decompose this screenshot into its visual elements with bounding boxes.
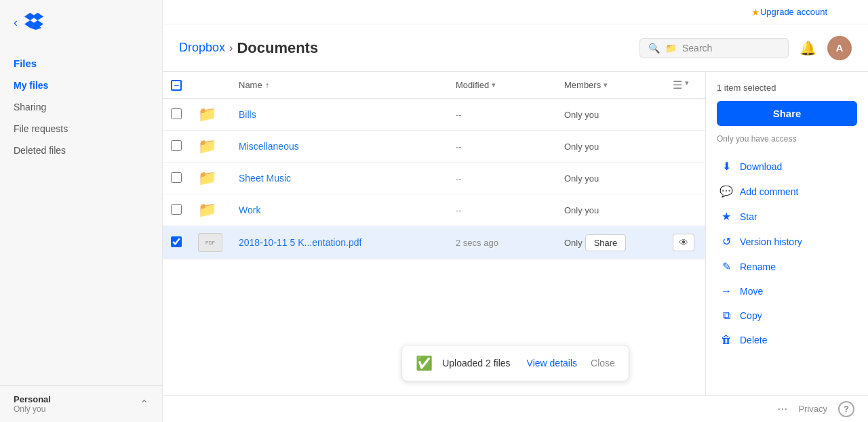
sidebar-footer-info: Personal Only you [14, 394, 51, 414]
row-checkbox-cell [163, 99, 190, 131]
members-sheet: Only you [564, 173, 599, 184]
action-copy[interactable]: ⧉ Copy [717, 304, 857, 327]
version-history-icon: ↺ [719, 235, 733, 248]
topbar: Dropbox › Documents 🔍 📁 Search 🔔 A [163, 24, 868, 72]
file-name-bills[interactable]: Bills [239, 109, 256, 120]
file-name-work[interactable]: Work [239, 205, 260, 215]
main-content: ★ Upgrade account Dropbox › Documents 🔍 … [163, 0, 868, 422]
file-name-misc[interactable]: Miscellaneous [239, 141, 299, 152]
version-history-label: Version history [740, 236, 802, 247]
page-title: Documents [237, 39, 318, 57]
sidebar: ‹ Files My files Sharing File requests D… [0, 0, 163, 422]
row-icon-cell: 📁 [190, 163, 231, 194]
view-toggle-icon[interactable]: ☰ [673, 79, 682, 91]
share-button-main[interactable]: Share [717, 101, 857, 126]
modified-work: -- [456, 205, 462, 215]
sidebar-item-file-requests[interactable]: File requests [0, 118, 162, 140]
folder-icon: 📁 [198, 201, 216, 218]
modified-sheet: -- [456, 173, 462, 184]
table-row: 📁 Miscellaneous -- Only you [163, 131, 705, 163]
dropbox-breadcrumb-link[interactable]: Dropbox [179, 41, 225, 55]
row-checkbox-cell [163, 131, 190, 163]
row-modified-cell: -- [448, 131, 556, 163]
modified-misc: -- [456, 142, 462, 152]
delete-icon: 🗑 [719, 334, 733, 346]
row-checkbox-cell [163, 163, 190, 194]
folder-icon: 📁 [198, 138, 216, 154]
right-panel: 1 item selected Share Only you have acce… [705, 72, 868, 395]
access-text: Only you have access [717, 134, 857, 144]
action-add-comment[interactable]: 💬 Add comment [717, 180, 857, 203]
row-icon-cell: PDF [190, 226, 231, 259]
view-details-link[interactable]: View details [527, 358, 577, 368]
sidebar-item-deleted-files[interactable]: Deleted files [0, 140, 162, 161]
action-version-history[interactable]: ↺ Version history [717, 230, 857, 253]
row-checkbox-sheet[interactable] [171, 172, 182, 183]
row-modified-cell: -- [448, 163, 556, 194]
row-checkbox-bills[interactable] [171, 108, 182, 119]
row-name-cell: Bills [231, 99, 448, 131]
row-actions-cell [665, 163, 705, 194]
add-comment-label: Add comment [740, 186, 798, 197]
row-name-cell: Miscellaneous [231, 131, 448, 163]
row-modified-cell: -- [448, 194, 556, 226]
action-star[interactable]: ★ Star [717, 205, 857, 228]
header-name-cell[interactable]: Name ↑ [231, 72, 448, 99]
more-options-icon[interactable]: ··· [777, 402, 787, 416]
help-button[interactable]: ? [838, 401, 854, 417]
row-eye-button[interactable]: 👁 [673, 234, 694, 251]
name-sort-arrow: ↑ [265, 81, 269, 90]
file-thumbnail: PDF [198, 233, 222, 252]
search-bar[interactable]: 🔍 📁 Search [639, 38, 789, 58]
sidebar-item-sharing[interactable]: Sharing [0, 96, 162, 118]
move-label: Move [740, 286, 763, 297]
members-pdf: Only [564, 238, 583, 248]
table-row: 📁 Bills -- Only you [163, 99, 705, 131]
notifications-bell-icon[interactable]: 🔔 [800, 40, 816, 56]
name-column-header: Name [239, 80, 262, 90]
row-share-button[interactable]: Share [585, 234, 627, 251]
action-download[interactable]: ⬇ Download [717, 154, 857, 178]
search-icon: 🔍 [648, 43, 660, 54]
row-members-cell: Only you [556, 99, 665, 131]
avatar[interactable]: A [827, 36, 852, 60]
sidebar-footer: Personal Only you ⌃ [0, 385, 162, 422]
row-checkbox-misc[interactable] [171, 140, 182, 151]
copy-label: Copy [740, 310, 762, 321]
row-checkbox-work[interactable] [171, 204, 182, 215]
file-name-pdf[interactable]: 2018-10-11 5 K...entation.pdf [239, 237, 361, 248]
download-icon: ⬇ [719, 160, 733, 173]
header-actions-cell: ☰ ▾ [665, 72, 705, 99]
search-placeholder-text: Search [682, 43, 712, 54]
members-sort-arrow: ▾ [604, 81, 608, 89]
row-actions-cell [665, 99, 705, 131]
action-move[interactable]: → Move [717, 280, 857, 303]
row-checkbox-pdf[interactable] [171, 236, 182, 247]
row-icon-cell: 📁 [190, 194, 231, 226]
header-members-cell[interactable]: Members ▾ [556, 72, 665, 99]
table-header: Name ↑ Modified ▾ Member [163, 72, 705, 99]
search-folder-icon: 📁 [665, 43, 677, 54]
notification-check-icon: ✅ [416, 355, 433, 371]
notification-close-button[interactable]: Close [591, 358, 615, 368]
sidebar-nav: Files My files Sharing File requests Del… [0, 45, 162, 168]
upgrade-link[interactable]: Upgrade account [760, 7, 827, 17]
back-button[interactable]: ‹ [14, 16, 18, 30]
action-rename[interactable]: ✎ Rename [717, 255, 857, 278]
file-name-sheet[interactable]: Sheet Music [239, 173, 291, 184]
privacy-link[interactable]: Privacy [798, 404, 827, 414]
header-modified-cell[interactable]: Modified ▾ [448, 72, 556, 99]
row-modified-cell: -- [448, 99, 556, 131]
upgrade-star-icon: ★ [751, 7, 760, 18]
content-area: Name ↑ Modified ▾ Member [163, 72, 868, 395]
members-misc: Only you [564, 142, 599, 152]
personal-label: Personal [14, 394, 51, 404]
sidebar-item-my-files[interactable]: My files [0, 75, 162, 96]
table-row: 📁 Sheet Music -- Only you [163, 163, 705, 194]
bottom-bar: ··· Privacy ? [163, 395, 868, 422]
row-members-cell: Only you [556, 194, 665, 226]
header-checkbox-minus[interactable] [171, 80, 182, 91]
footer-chevron-icon[interactable]: ⌃ [140, 398, 149, 410]
action-delete[interactable]: 🗑 Delete [717, 329, 857, 352]
move-icon: → [719, 285, 733, 297]
